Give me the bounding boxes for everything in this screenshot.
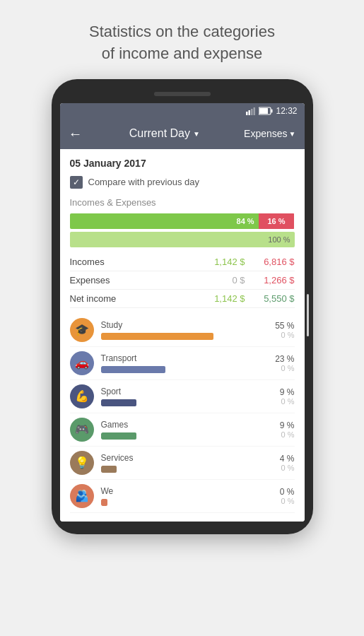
list-item: 💪 Sport 9 % 0 % [70,380,295,413]
dual-bar: 84 % 16 % 100 % [70,213,295,247]
games-pct-main: 9 % [280,420,295,430]
net-income-val1: 1,142 $ [196,293,245,304]
list-item: 💡 Services 4 % 0 % [70,447,295,480]
svg-rect-5 [271,109,273,112]
toolbar-center: Current Day ▼ [91,127,239,140]
transport-bar-fill [101,366,165,373]
we-name: We [101,486,262,496]
page-title: Statistics on the categoriesof income an… [61,0,303,79]
compare-label: Compare with previous day [88,177,200,187]
content-area: 05 January 2017 ✓ Compare with previous … [60,149,305,522]
sport-icon: 💪 [70,384,94,408]
status-bar: 12:32 [60,103,305,119]
sport-name: Sport [101,387,262,396]
date-header: 05 January 2017 [70,158,295,169]
services-pct-main: 4 % [280,454,295,464]
games-icon: 🎮 [70,418,94,442]
list-item: 🎮 Games 9 % 0 % [70,413,295,447]
incomes-val2: 6,816 $ [245,257,295,267]
time-display: 12:32 [276,106,297,116]
bar-light-green: 100 % [70,232,295,247]
games-details: Games [101,420,262,440]
incomes-expenses-title: Incomes & Expenses [70,197,295,208]
stats-row-net: Net income 1,142 $ 5,550 $ [70,290,295,308]
transport-pct-main: 23 % [275,354,294,364]
we-bar-fill [101,499,107,506]
phone-speaker [154,92,211,96]
svg-rect-1 [249,110,251,115]
study-name: Study [101,320,262,330]
study-details: Study [101,320,262,340]
study-percents: 55 % 0 % [269,321,295,339]
sport-pct-sub: 0 % [281,397,295,406]
sport-bar [101,399,262,406]
study-bar [101,333,262,340]
battery-icon [259,107,273,115]
expenses-arrow: ▼ [289,130,296,138]
we-details: We [101,486,262,506]
net-income-val2: 5,550 $ [245,293,295,304]
services-percents: 4 % 0 % [269,454,295,472]
transport-bar [101,366,262,373]
expenses-label: Expenses [244,128,287,139]
transport-name: Transport [101,353,262,363]
back-button[interactable]: ← [69,126,83,142]
study-bar-fill [101,333,214,340]
expenses-label-stat: Expenses [70,275,196,285]
current-day-label: Current Day [129,127,190,140]
compare-checkbox-row[interactable]: ✓ Compare with previous day [70,176,295,189]
incomes-label: Incomes [70,257,196,267]
transport-icon: 🚗 [70,351,94,375]
stats-row-incomes: Incomes 1,142 $ 6,816 $ [70,253,295,271]
list-item: 🫂 We 0 % 0 % [70,480,295,513]
net-income-label: Net income [70,293,196,304]
compare-checkbox[interactable]: ✓ [70,176,83,189]
expenses-dropdown[interactable]: Expenses ▼ [244,128,295,139]
sport-bar-fill [101,399,136,406]
expenses-val2: 1,266 $ [245,275,295,285]
games-pct-sub: 0 % [281,430,295,439]
incomes-val1: 1,142 $ [196,257,245,267]
we-bar [101,499,262,506]
transport-percents: 23 % 0 % [269,354,295,372]
games-percents: 9 % 0 % [269,420,295,439]
services-pct-sub: 0 % [281,464,295,472]
study-pct-sub: 0 % [281,331,295,339]
bar-row-2: 100 % [70,232,295,247]
phone-notch [60,92,305,96]
svg-rect-0 [246,112,248,115]
sport-percents: 9 % 0 % [269,387,295,406]
we-pct-main: 0 % [280,487,295,497]
signal-icon [246,107,256,115]
phone-device: 12:32 ← Current Day ▼ Expenses ▼ 05 Janu… [52,79,313,534]
svg-rect-6 [259,108,268,114]
bar-green: 84 % [70,213,259,229]
we-icon: 🫂 [70,484,94,508]
sport-pct-main: 9 % [280,387,295,397]
stats-table: Incomes 1,142 $ 6,816 $ Expenses 0 $ 1,2… [70,253,295,308]
services-bar-fill [101,466,117,473]
expenses-val1: 0 $ [196,275,245,285]
svg-rect-2 [251,109,253,115]
current-day-dropdown[interactable]: ▼ [193,130,200,138]
bar-row-1: 84 % 16 % [70,213,295,229]
transport-details: Transport [101,353,262,373]
games-bar-fill [101,432,136,440]
games-bar [101,432,262,440]
transport-pct-sub: 0 % [281,364,295,372]
services-details: Services [101,453,262,473]
services-icon: 💡 [70,451,94,475]
we-percents: 0 % 0 % [269,487,295,505]
phone-screen: 12:32 ← Current Day ▼ Expenses ▼ 05 Janu… [60,103,305,522]
stats-row-expenses: Expenses 0 $ 1,266 $ [70,271,295,290]
games-name: Games [101,420,262,430]
sport-details: Sport [101,387,262,406]
category-list: 🎓 Study 55 % 0 % 🚗 Transp [70,314,295,513]
list-item: 🎓 Study 55 % 0 % [70,314,295,347]
bar-red: 16 % [259,213,295,229]
study-icon: 🎓 [70,318,94,342]
status-icons: 12:32 [246,106,297,116]
services-name: Services [101,453,262,463]
we-pct-sub: 0 % [281,497,295,505]
services-bar [101,466,262,473]
